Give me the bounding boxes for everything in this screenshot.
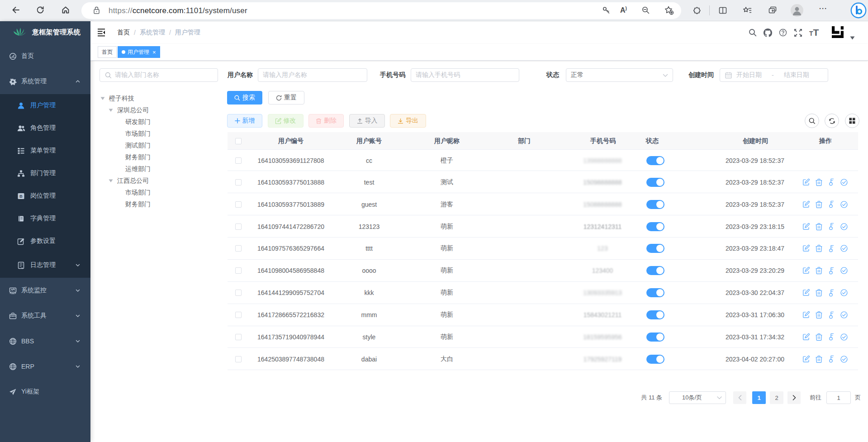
svg-text:B: B: [19, 194, 23, 199]
